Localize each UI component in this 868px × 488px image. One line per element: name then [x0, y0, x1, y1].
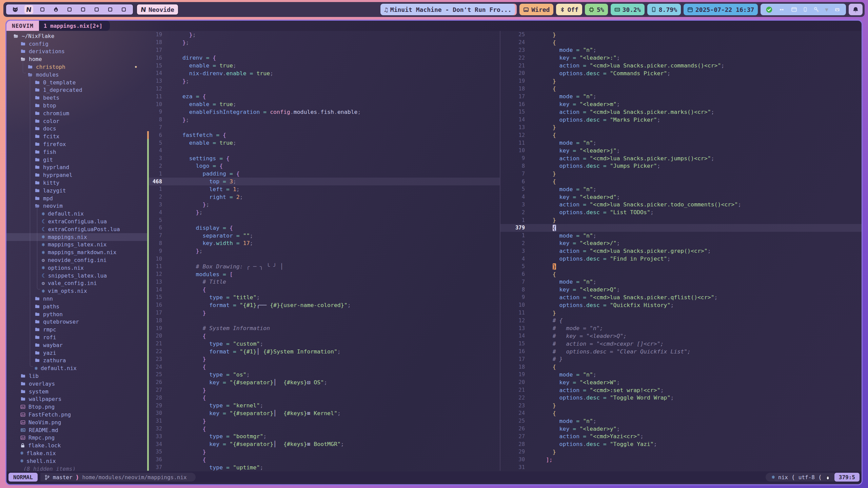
workspace-switcher[interactable]: N — [5, 4, 134, 15]
disk-pill[interactable]: 8.79% — [647, 4, 681, 15]
tree-item-git[interactable]: git — [6, 156, 147, 164]
code-line: 6 { — [500, 270, 862, 278]
tree-item-readme-md[interactable]: README.md — [6, 426, 147, 434]
tree-item-rmpc-png[interactable]: Rmpc.png — [6, 434, 147, 442]
workspace-3-square-icon[interactable] — [38, 5, 47, 14]
tree-item-nnn[interactable]: nnn — [6, 295, 147, 303]
tree-item-rmpc[interactable]: rmpc — [6, 326, 147, 333]
workspace-8-square-icon[interactable] — [106, 5, 115, 14]
tree-item-config[interactable]: config — [6, 40, 147, 48]
tree-item-chromium[interactable]: chromium — [6, 109, 147, 117]
tree-item-neovide-config-ini[interactable]: ⚙neovide_config.ini — [6, 256, 147, 264]
tree-item-qutebrowser[interactable]: qutebrowser — [6, 318, 147, 326]
tree-item-hyprpanel[interactable]: hyprpanel — [6, 171, 147, 179]
tree-item-paths[interactable]: paths — [6, 303, 147, 310]
tree-item-modules[interactable]: modules — [6, 71, 147, 79]
tree-item-default-nix[interactable]: ❄default.nix — [6, 210, 147, 218]
tree-item-shell-nix[interactable]: ❄shell.nix — [6, 457, 147, 465]
tree-item-color[interactable]: color — [6, 117, 147, 125]
tree-item-overlays[interactable]: overlays — [6, 380, 147, 388]
file-tree[interactable]: ~/NixFlakeconfigderivationshomechristoph… — [6, 31, 147, 471]
tree-item-mappings-latex-nix[interactable]: ❄mappings_latex.nix — [6, 241, 147, 249]
line-text: # mode = "n"; — [532, 325, 603, 331]
tree-item-neovim[interactable]: neovim — [6, 202, 147, 210]
tree-item-zathura[interactable]: zathura — [6, 357, 147, 364]
gitsign-add — [147, 240, 149, 247]
workspace-9-square-icon[interactable] — [119, 5, 128, 14]
tree-item-waybar[interactable]: waybar — [6, 341, 147, 349]
tree-item-beets[interactable]: beets — [6, 94, 147, 102]
workspace-4-flame-icon[interactable] — [52, 5, 60, 14]
tree-item-snippets-latex-lua[interactable]: ☾snippets_latex.lua — [6, 272, 147, 280]
window-frame-icon[interactable] — [791, 6, 797, 13]
memory-pill[interactable]: 30.2% — [611, 4, 645, 15]
tree-item-fcitx[interactable]: fcitx — [6, 133, 147, 140]
tree-item-vim-opts-nix[interactable]: ❄vim_opts.nix — [6, 287, 147, 295]
music-widget[interactable]: ♫ Minuit Machine - Don't Run Fro... — [380, 4, 515, 15]
tree-item-0-template[interactable]: 0_template — [6, 79, 147, 86]
notifications-button[interactable] — [849, 4, 863, 15]
workspace-6-square-icon[interactable] — [79, 5, 87, 14]
tree-item-lib[interactable]: lib — [6, 372, 147, 380]
tree-item-christoph[interactable]: christoph• — [6, 63, 147, 71]
triangle-icon[interactable]: ▼ — [825, 6, 828, 13]
folder-icon — [35, 142, 40, 147]
tree-item-fish[interactable]: fish — [6, 148, 147, 156]
clock-pill[interactable]: 2025-07-22 16:37 — [684, 4, 758, 15]
tree-item-options-nix[interactable]: ❄options.nix — [6, 264, 147, 272]
tree-item-lazygit[interactable]: lazygit — [6, 187, 147, 195]
mustache-icon[interactable] — [778, 7, 785, 12]
tree-item-python[interactable]: python — [6, 310, 147, 318]
tree-item-mappings-markdown-nix[interactable]: ❄mappings_markdown.nix — [6, 248, 147, 256]
tree-item-extraconfiglua-lua[interactable]: ☾extraConfigLua.lua — [6, 218, 147, 225]
tree-item-mappings-nix[interactable]: ❄mappings.nix — [6, 233, 147, 241]
line-number: 3 — [500, 202, 532, 208]
active-app-button[interactable]: N Neovide — [136, 4, 179, 15]
workspace-7-square-icon[interactable] — [92, 5, 101, 14]
tree-item-btop[interactable]: btop — [6, 102, 147, 109]
line-number: 3 — [147, 202, 168, 208]
left-editor-pane[interactable]: 19 };18 };1716 direnv = {15 enable = tru… — [147, 31, 500, 471]
gitsign-add — [147, 464, 149, 471]
tree-item-default-nix[interactable]: ❄default.nix — [6, 364, 147, 372]
tree-item-firefox[interactable]: firefox — [6, 140, 147, 148]
system-tray[interactable]: ▼ — [761, 4, 846, 15]
network-pill[interactable]: Wired — [519, 4, 553, 15]
tree-item-docs[interactable]: docs — [6, 125, 147, 133]
tree-item-flake-nix[interactable]: ❄flake.nix — [6, 449, 147, 457]
tree-item-extraconfigluapost-lua[interactable]: ☾extraConfigLuaPost.lua — [6, 225, 147, 233]
keyboard-icon[interactable] — [834, 7, 841, 12]
tree-item-home[interactable]: home — [6, 55, 147, 63]
tree-item-yazi[interactable]: yazi — [6, 349, 147, 357]
bluetooth-pill[interactable]: Off — [556, 4, 582, 15]
tree-item-rofi[interactable]: rofi — [6, 333, 147, 341]
tree-item-vale-config-ini[interactable]: ⚙vale_config.ini — [6, 280, 147, 287]
line-number: 23 — [147, 356, 168, 362]
tree-item-fastfetch-png[interactable]: FastFetch.png — [6, 411, 147, 419]
tree-item-flake-lock[interactable]: flake.lock — [6, 442, 147, 449]
tree-item-kitty[interactable]: kitty — [6, 179, 147, 187]
tab-mappings-nix[interactable]: 1 mappings.nix[2+] — [39, 21, 110, 31]
tree-item--8-hidden-items-[interactable]: (8 hidden items) — [6, 465, 147, 471]
workspace-1-cat-icon[interactable] — [11, 5, 20, 14]
tree-item-system[interactable]: system — [6, 388, 147, 395]
tree-item-derivations[interactable]: derivations — [6, 48, 147, 56]
line-number: 8 — [500, 163, 532, 169]
tree-item--nixflake[interactable]: ~/NixFlake — [6, 32, 147, 40]
tree-item-btop-png[interactable]: Btop.png — [6, 403, 147, 411]
check-circle-icon[interactable] — [766, 6, 772, 13]
tree-item-1-deprecated[interactable]: 1_deprecated — [6, 86, 147, 94]
line-number: 31 — [147, 418, 168, 424]
folder-open-icon — [35, 203, 40, 208]
key-icon[interactable] — [813, 7, 819, 13]
tree-item-neovim-png[interactable]: NeoVim.png — [6, 419, 147, 426]
tree-item-wallpapers[interactable]: wallpapers — [6, 395, 147, 403]
phone-icon[interactable] — [803, 6, 808, 13]
tree-item-label: FastFetch.png — [28, 411, 71, 418]
tree-item-hyprland[interactable]: hyprland — [6, 164, 147, 171]
right-editor-pane[interactable]: 25 }24 {23 mode = "n";22 key = "<leader>… — [500, 31, 862, 471]
tree-item-mpd[interactable]: mpd — [6, 195, 147, 202]
workspace-2-neovide-icon[interactable]: N — [24, 5, 33, 14]
workspace-5-square-icon[interactable] — [65, 5, 74, 14]
cpu-pill[interactable]: 5% — [585, 4, 608, 15]
